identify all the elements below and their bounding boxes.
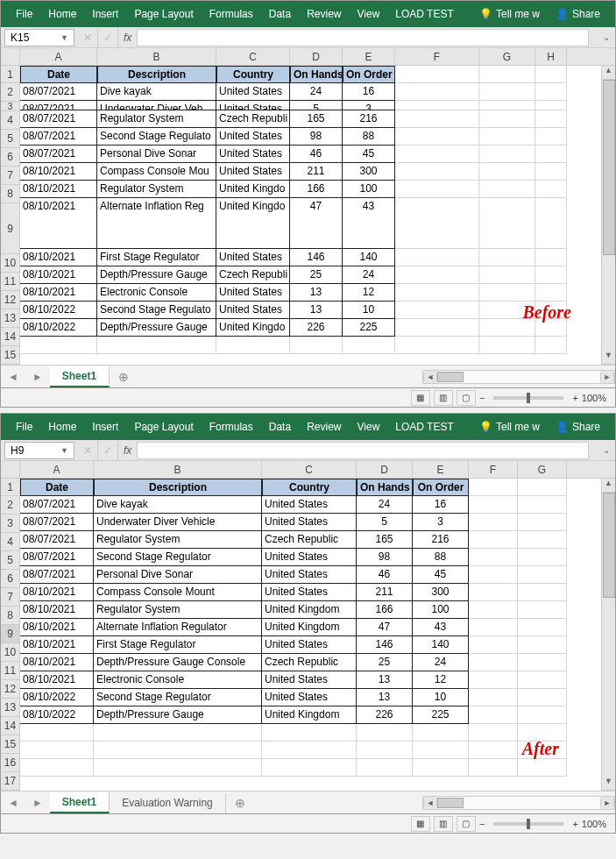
cell[interactable]: Second Stage Regulato <box>97 302 216 319</box>
cell[interactable]: United States <box>216 163 290 181</box>
ribbon-tab-formulas[interactable]: Formulas <box>202 8 261 20</box>
cell[interactable]: Czech Republic <box>262 654 357 671</box>
empty-cell[interactable] <box>479 128 535 146</box>
ribbon-tab-data[interactable]: Data <box>261 8 299 20</box>
ribbon-tab-file[interactable]: File <box>8 421 40 433</box>
cell[interactable]: United States <box>262 689 357 706</box>
cell[interactable]: Second Stage Regulator <box>94 549 262 566</box>
vertical-scrollbar[interactable]: ▲ ▼ <box>601 66 615 365</box>
cell[interactable]: United Kingdo <box>216 319 290 337</box>
tell-me[interactable]: 💡Tell me w <box>471 421 548 433</box>
page-break-view-icon[interactable]: ▢ <box>457 816 476 832</box>
cell[interactable] <box>20 337 97 354</box>
row-header-9[interactable]: 9 <box>1 625 20 643</box>
table-header-date[interactable]: Date <box>20 66 97 83</box>
cell[interactable]: 165 <box>290 110 343 128</box>
ribbon-tab-formulas[interactable]: Formulas <box>202 421 261 433</box>
empty-cell[interactable] <box>395 101 479 110</box>
row-header-14[interactable]: 14 <box>1 328 20 346</box>
empty-cell[interactable] <box>479 110 535 128</box>
cell[interactable]: 08/07/2021 <box>20 549 94 566</box>
cell[interactable]: Depth/Pressure Gauge <box>94 706 262 724</box>
empty-cell[interactable] <box>518 531 567 549</box>
cell[interactable]: 13 <box>357 689 413 706</box>
cell[interactable]: 300 <box>343 163 395 181</box>
ribbon-tab-review[interactable]: Review <box>299 8 349 20</box>
fx-label[interactable]: fx <box>118 444 137 457</box>
ribbon-tab-file[interactable]: File <box>8 8 40 20</box>
add-sheet-button[interactable]: ⊕ <box>226 796 254 810</box>
empty-cell[interactable] <box>395 83 479 101</box>
empty-cell[interactable] <box>395 163 479 181</box>
cell[interactable]: 08/07/2021 <box>20 83 97 101</box>
cell[interactable]: 10 <box>343 302 395 319</box>
empty-cell[interactable] <box>518 671 567 689</box>
cell[interactable]: 08/10/2021 <box>20 249 97 266</box>
cell[interactable] <box>357 759 413 777</box>
sheet-tab-sheet1[interactable]: Sheet1 <box>50 366 110 387</box>
row-header-3[interactable]: 3 <box>1 515 20 533</box>
chevron-down-icon[interactable]: ▼ <box>60 33 68 42</box>
empty-cell[interactable] <box>479 146 535 163</box>
share-button[interactable]: 👤Share <box>548 421 608 433</box>
cell[interactable]: 5 <box>357 514 413 531</box>
empty-cell[interactable] <box>535 128 567 146</box>
empty-cell[interactable] <box>395 198 479 249</box>
empty-cell[interactable] <box>535 146 567 163</box>
empty-cell[interactable] <box>535 249 567 266</box>
cell[interactable]: 08/07/2021 <box>20 110 97 128</box>
cell[interactable]: 24 <box>290 83 343 101</box>
empty-header-cell[interactable] <box>479 66 535 83</box>
cell[interactable]: 5 <box>290 101 343 110</box>
enter-icon[interactable]: ✓ <box>98 440 118 460</box>
cell[interactable]: 08/10/2021 <box>20 654 94 671</box>
cell[interactable]: United States <box>262 549 357 566</box>
cell[interactable]: 08/10/2021 <box>20 584 94 601</box>
row-header-1[interactable]: 1 <box>1 479 20 496</box>
scroll-up-icon[interactable]: ▲ <box>602 479 615 493</box>
row-header-13[interactable]: 13 <box>1 699 20 717</box>
cell[interactable]: 146 <box>357 636 413 654</box>
cell[interactable]: 46 <box>290 146 343 163</box>
cell[interactable]: 08/10/2021 <box>20 284 97 302</box>
cell[interactable]: 225 <box>413 706 469 724</box>
cell[interactable] <box>97 337 216 354</box>
cell[interactable]: 47 <box>357 619 413 636</box>
empty-cell[interactable] <box>479 284 535 302</box>
cell[interactable]: 43 <box>343 198 395 249</box>
ribbon-tab-home[interactable]: Home <box>40 421 84 433</box>
cell[interactable] <box>20 742 94 759</box>
zoom-in-button[interactable]: + <box>572 819 577 829</box>
row-header-1[interactable]: 1 <box>1 66 20 83</box>
col-header-E[interactable]: E <box>343 48 395 65</box>
empty-header-cell[interactable] <box>518 479 567 496</box>
zoom-level[interactable]: 100% <box>582 393 606 403</box>
cell[interactable]: Compass Console Mou <box>97 163 216 181</box>
cell[interactable]: United States <box>216 101 290 110</box>
cell[interactable] <box>262 742 357 759</box>
cell[interactable]: 08/10/2021 <box>20 266 97 284</box>
empty-cell[interactable] <box>479 101 535 110</box>
page-layout-view-icon[interactable]: ▥ <box>434 390 453 406</box>
empty-cell[interactable] <box>518 566 567 584</box>
empty-header-cell[interactable] <box>469 479 518 496</box>
formula-input[interactable] <box>137 442 589 459</box>
col-header-G[interactable]: G <box>518 461 567 478</box>
table-header-description[interactable]: Description <box>94 479 262 496</box>
tell-me[interactable]: 💡Tell me w <box>471 8 548 20</box>
empty-cell[interactable] <box>535 83 567 101</box>
col-header-A[interactable]: A <box>20 461 94 478</box>
scroll-right-icon[interactable]: ► <box>600 373 614 381</box>
cell[interactable]: United States <box>216 146 290 163</box>
empty-cell[interactable] <box>469 584 518 601</box>
cell[interactable]: Second Stage Regulato <box>97 128 216 146</box>
empty-cell[interactable] <box>469 531 518 549</box>
empty-cell[interactable] <box>518 619 567 636</box>
cell[interactable]: Underwater Diver Veh <box>97 101 216 110</box>
cell[interactable]: Second Stage Regulator <box>94 689 262 706</box>
zoom-slider[interactable] <box>493 396 563 400</box>
chevron-down-icon[interactable]: ▼ <box>60 446 68 455</box>
empty-cell[interactable] <box>469 706 518 724</box>
row-header-3[interactable]: 3 <box>1 102 20 111</box>
cell[interactable]: 08/07/2021 <box>20 128 97 146</box>
